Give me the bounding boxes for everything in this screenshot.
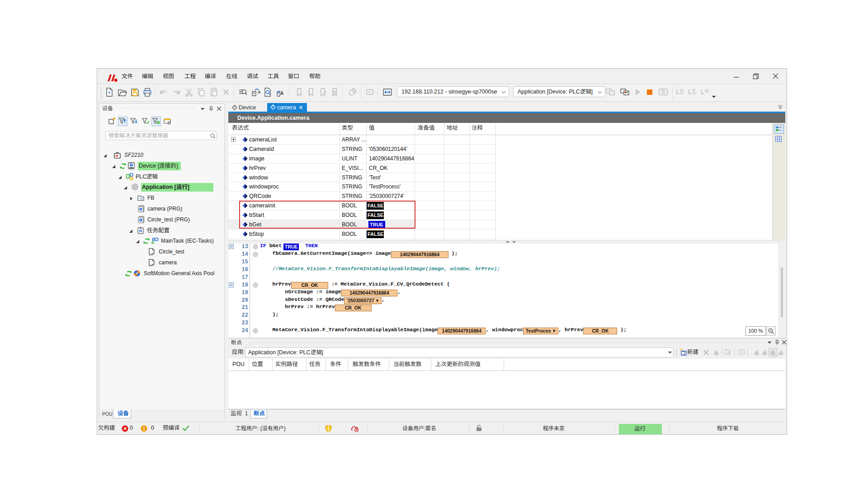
svg-text:A: A [258, 90, 261, 94]
svg-text:A: A [280, 91, 283, 96]
svg-text:N C 1: N C 1 [149, 253, 155, 256]
svg-text:N C 1: N C 1 [149, 264, 155, 267]
